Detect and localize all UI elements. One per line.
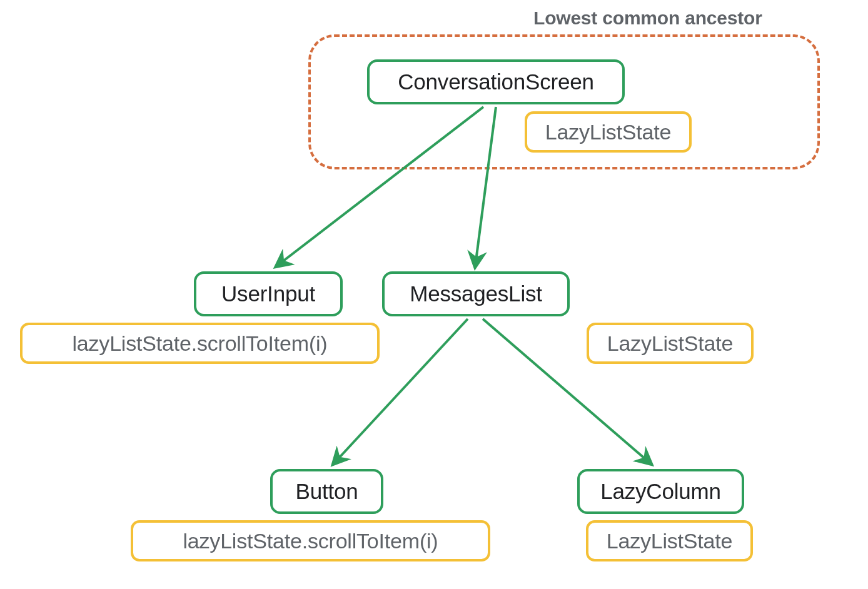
state-messages-list: LazyListState: [587, 323, 754, 364]
label-user-input: UserInput: [221, 281, 315, 306]
label-action-button: lazyListState.scrollToItem(i): [183, 529, 438, 553]
node-button: Button: [270, 469, 383, 514]
label-conversation-screen: ConversationScreen: [398, 69, 594, 94]
action-user-input: lazyListState.scrollToItem(i): [20, 323, 380, 364]
label-action-user-input: lazyListState.scrollToItem(i): [73, 331, 328, 356]
label-lazy-column: LazyColumn: [600, 479, 721, 504]
ancestor-caption: Lowest common ancestor: [533, 8, 762, 29]
label-state-lazy-column: LazyListState: [607, 529, 733, 553]
action-button: lazyListState.scrollToItem(i): [131, 520, 490, 561]
state-conversation-screen: LazyListState: [525, 111, 692, 153]
label-messages-list: MessagesList: [410, 281, 542, 306]
node-lazy-column: LazyColumn: [577, 469, 744, 514]
label-state-messages-list: LazyListState: [607, 331, 734, 356]
label-button: Button: [296, 479, 358, 504]
node-user-input: UserInput: [194, 271, 343, 316]
state-lazy-column: LazyListState: [586, 520, 753, 561]
node-messages-list: MessagesList: [382, 271, 570, 316]
diagram-canvas: Lowest common ancestor ConversationScree…: [0, 0, 868, 589]
label-state-conversation-screen: LazyListState: [545, 120, 672, 144]
node-conversation-screen: ConversationScreen: [367, 59, 625, 104]
